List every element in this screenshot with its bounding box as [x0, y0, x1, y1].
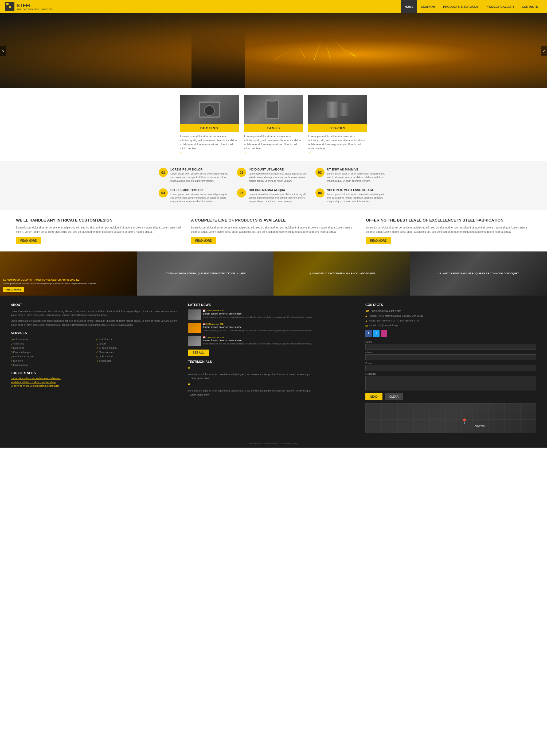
logo: ■ STEEL AND FABRICATION INDUSTRY [5, 2, 54, 11]
tanks-link[interactable]: ► [244, 151, 247, 154]
ducting-link[interactable]: ► [180, 151, 183, 154]
footer-about-text2: Lorem ipsum dolor sit amet corse cletur … [11, 319, 182, 327]
partner-link-2[interactable]: Incididunt ut labore et dolore magna ali… [11, 381, 182, 383]
send-button[interactable]: SEND [365, 393, 382, 400]
gallery-title-3: QUIS NOSTRUD EXERCITATION ULLAMCO LABORI… [277, 272, 407, 275]
footer-middle-col: LATEST NEWS 📅 25 November 2014 Lorem ips… [188, 303, 359, 433]
feature-content-01: LOREM IPSUM DOLOR Lorem ipsum dolor sit … [171, 168, 232, 183]
instagram-icon[interactable]: i [381, 330, 387, 337]
tanks-image [244, 95, 303, 124]
see-all-btn[interactable]: SEE ALL [188, 350, 209, 356]
message-input[interactable] [365, 376, 536, 390]
services-section: DUCTING Lorem ipsum dolor sit amet corse… [0, 88, 547, 161]
form-row-email: E-mail: [365, 362, 536, 371]
nav-contacts[interactable]: CONTACTS [518, 0, 542, 13]
contact-form: Name: Phone: E-mail: Message: SEND [365, 340, 536, 400]
nav-home[interactable]: HOME [401, 0, 417, 13]
news-content-2: 📅 25 November 2014 Lorem ipsum dolor sit… [203, 323, 312, 333]
services-list: ◇ Dolor sit amet ◇ Incididunt ut ◇ Adipi… [11, 338, 182, 367]
feature-desc-02: Lorem ipsum dolor sit amet corse cletur … [249, 172, 310, 183]
hours-icon: ● [365, 319, 367, 323]
svc-5: ◇ Incididunt ut labore [11, 355, 96, 358]
col-excellence: OFFERING THE BEST LEVEL OF EXCELLENCE IN… [361, 218, 531, 244]
nav-products[interactable]: PRODUCTS & SERVICES [439, 0, 482, 13]
address-icon: ■ [365, 315, 367, 318]
feature-content-03: UT ENIM AD MINIM VE Lorem ipsum dolor si… [327, 168, 388, 183]
twitter-icon[interactable]: t [373, 330, 379, 337]
news-text-2: cletur adipiscing elit, sed do eiusmod t… [203, 329, 312, 332]
service-card-ducting: DUCTING Lorem ipsum dolor sit amet corse… [180, 95, 239, 154]
gallery-item-2: UT ENIM AD MINIM VENIAM, QUIS NOS TRUD E… [137, 251, 274, 296]
col2-read-more-btn[interactable]: READ MORE [191, 237, 216, 244]
tanks-desc: Lorem ipsum dolor sit amet corse cletur … [244, 134, 303, 150]
testimonial-2: “ Lorem ipsum dolor sit amet corse cletu… [188, 383, 359, 396]
footer-right-col: CONTACTS ☎ Free phone: 800-2345-6789 ■ A… [365, 303, 536, 433]
footer-about-text1: Lorem ipsum dolor sit amet corse cletur … [11, 309, 182, 317]
phone-icon: ☎ [365, 309, 369, 313]
hero-spark-layer [0, 13, 547, 88]
footer-bottom: Steel and Fabrication Industry © 2014 Pr… [11, 438, 536, 448]
svc-8: ◇ Incididunt ut [96, 338, 182, 341]
stacks-link[interactable]: ► [308, 151, 311, 154]
partner-link-1[interactable]: Corse cletur adipiscing sed do eiusmod t… [11, 377, 182, 380]
ducting-label: DUCTING [180, 124, 239, 132]
email-input[interactable] [365, 365, 536, 371]
gallery-item-3: QUIS NOSTRUD EXERCITATION ULLAMCO LABORI… [274, 251, 410, 296]
gallery-overlay-3: QUIS NOSTRUD EXERCITATION ULLAMCO LABORI… [274, 251, 410, 296]
stacks-desc: Lorem ipsum dolor sit amet corse cletur … [308, 134, 367, 150]
partner-link-3[interactable]: Ut enim ad minim veniam nostrud exercita… [11, 385, 182, 387]
nav-company[interactable]: COMPANY [417, 0, 439, 13]
ducting-image [180, 95, 239, 124]
gallery-item-1: LOREM IPSUM DOLOR SIT AMET CORSE CLETUR … [0, 251, 137, 296]
gallery-overlay-1: LOREM IPSUM DOLOR SIT AMET CORSE CLETUR … [0, 251, 137, 296]
testimonial-text-1: Lorem ipsum dolor sit amet corse cletur … [188, 373, 359, 377]
testimonial-1: “ Lorem ipsum dolor sit amet corse cletu… [188, 366, 359, 380]
phone-form-label: Phone: [365, 351, 536, 354]
col1-read-more-btn[interactable]: READ MORE [16, 237, 41, 244]
name-input[interactable] [365, 344, 536, 350]
name-label: Name: [365, 340, 536, 343]
hero-prev-btn[interactable]: < [0, 46, 6, 56]
svc-7: ◇ Magna aliqua [11, 363, 96, 367]
news-title-2: Lorem ipsum dolor sit amet corse [203, 326, 312, 328]
copyright: Steel and Fabrication Industry © 2014 Pr… [249, 442, 298, 445]
logo-subtitle: AND FABRICATION INDUSTRY [17, 8, 54, 10]
news-content-1: 📅 25 November 2014 Lorem ipsum dolor sit… [203, 309, 312, 320]
nav-gallery[interactable]: PROJECT GALLERY [482, 0, 518, 13]
gallery-btn-1[interactable]: READ MORE [3, 287, 24, 292]
feature-content-02: INCIDIDUNT UT LABORE Lorem ipsum dolor s… [249, 168, 310, 183]
quote-icon-1: “ [188, 366, 190, 373]
clear-button[interactable]: CLEAR [385, 393, 403, 400]
feature-content-06: VOLITPATE VELIT ESSE CILLUM Lorem ipsum … [327, 188, 388, 204]
news-item-2: 📅 25 November 2014 Lorem ipsum dolor sit… [188, 323, 359, 333]
col1-title: WE'LL HANDLE ANY INTRICATE CUSTOM DESIGN [16, 218, 181, 223]
logo-icon: ■ [5, 2, 14, 11]
feature-title-03: UT ENIM AD MINIM VE [327, 168, 388, 171]
svc-1: ◇ Dolor sit amet [11, 338, 96, 341]
svc-13: ◇ Exercitation [96, 359, 182, 363]
feature-desc-01: Lorem ipsum dolor sit amet corse cletur … [171, 172, 232, 183]
phone-input[interactable] [365, 354, 536, 360]
col3-text: Lorem ipsum dolor sit amet corse cletur … [366, 226, 531, 234]
facebook-icon[interactable]: f [365, 330, 372, 337]
svc-11: ◇ Minim veniam [96, 350, 182, 354]
message-label: Message: [365, 373, 536, 375]
feature-num-06: 06 [315, 188, 324, 197]
feature-num-01: 01 [159, 168, 168, 177]
hero-next-btn[interactable]: > [541, 46, 547, 56]
map-placeholder: 📍 New York [365, 403, 536, 433]
feature-desc-03: Lorem ipsum dolor sit amet corse cletur … [327, 172, 388, 183]
map-label: New York [475, 425, 485, 427]
col3-read-more-btn[interactable]: READ MORE [366, 237, 391, 244]
svc-6: ◇ Et dolore [11, 359, 96, 363]
col3-title: OFFERING THE BEST LEVEL OF EXCELLENCE IN… [366, 218, 531, 223]
contact-hours: ● Hours: 8am-4pm PST M-Th, 8am-3pm PST F… [365, 319, 536, 323]
map-pin: 📍 [461, 418, 468, 425]
col2-title: A COMPLETE LINE OF PRODUCTS IS AVAILABLE [191, 218, 356, 223]
gallery-desc-1: Lorem ipsum dolor sit amet corse cletur … [3, 282, 134, 285]
feature-desc-05: Lorem ipsum dolor sit amet corse cletur … [249, 193, 310, 204]
footer-about-heading: ABOUT [11, 303, 182, 307]
hero-section: < > [0, 13, 547, 88]
gallery-item-4: ULLAMCO LABORIS NISI UT ALIQUIP EX EA CO… [410, 251, 547, 296]
feature-item-06: 06 VOLITPATE VELIT ESSE CILLUM Lorem ips… [315, 188, 388, 204]
